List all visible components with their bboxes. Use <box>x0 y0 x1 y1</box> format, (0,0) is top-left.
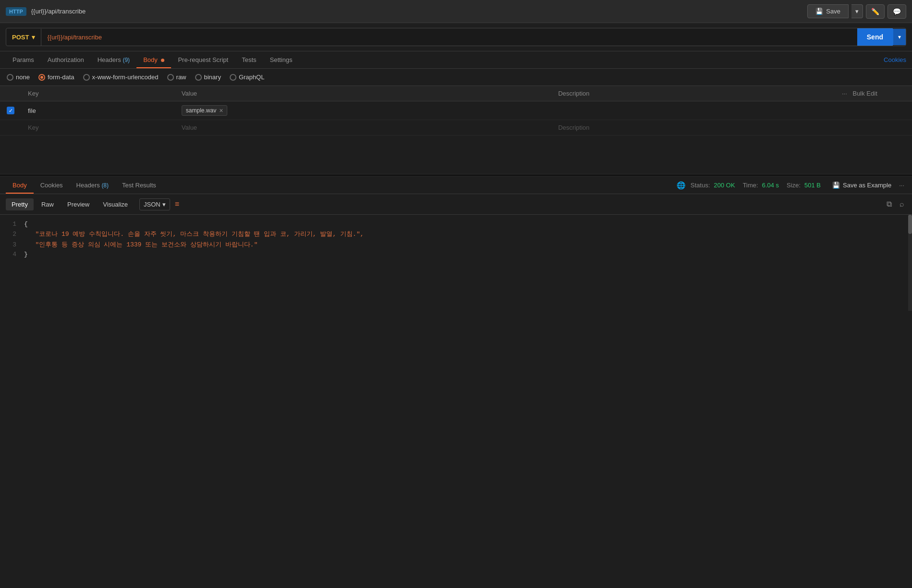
option-urlencoded-label: x-www-form-urlencoded <box>92 74 159 81</box>
time-value: 6.04 s <box>762 182 779 189</box>
response-tabs: Body Cookies Headers (8) Test Results 🌐 … <box>0 177 912 194</box>
tab-tests[interactable]: Tests <box>235 51 263 68</box>
filter-icon[interactable]: ≡ <box>175 200 179 208</box>
method-chevron-icon: ▾ <box>32 34 35 41</box>
top-bar: HTTP {{url}}/api/transcribe 💾 Save ▾ ✏️ … <box>0 0 912 23</box>
line-content-2: "코로나 19 예방 수칙입니다. 손을 자주 씻기, 마스크 착용하기 기침할… <box>24 230 912 238</box>
resp-tab-cookies[interactable]: Cookies <box>34 177 70 194</box>
request-area: POST ▾ Send ▾ <box>0 23 912 51</box>
table-header-row: Key Value Description ··· Bulk Edit <box>0 86 912 101</box>
method-selector[interactable]: POST ▾ <box>6 29 41 46</box>
col-checkbox <box>0 86 21 101</box>
resp-headers-badge: (8) <box>101 182 109 189</box>
radio-urlencoded[interactable] <box>83 74 90 81</box>
radio-none[interactable] <box>7 74 13 81</box>
option-raw[interactable]: raw <box>167 74 186 81</box>
cookies-link[interactable]: Cookies <box>884 56 906 63</box>
save-button[interactable]: 💾 Save <box>807 4 849 18</box>
line-content-3: "인후통 등 증상 의심 시에는 1339 또는 보건소와 상담하시기 바랍니다… <box>24 240 912 249</box>
save-dropdown-button[interactable]: ▾ <box>851 4 863 18</box>
visualize-button[interactable]: Visualize <box>97 198 134 210</box>
row2-key[interactable]: Key <box>21 120 175 135</box>
scrollbar[interactable] <box>908 215 912 311</box>
option-binary-label: binary <box>204 74 221 81</box>
tab-headers[interactable]: Headers (9) <box>91 51 136 68</box>
comment-button[interactable]: 💬 <box>887 4 906 19</box>
top-actions: 💾 Save ▾ ✏️ 💬 <box>807 4 906 19</box>
tab-pre-request[interactable]: Pre-request Script <box>171 51 235 68</box>
resp-tab-body[interactable]: Body <box>6 177 34 194</box>
send-button[interactable]: Send <box>857 28 893 46</box>
option-raw-label: raw <box>176 74 186 81</box>
body-dot <box>161 59 164 62</box>
row1-bulk <box>835 101 912 120</box>
row1-description[interactable] <box>552 101 835 120</box>
view-options: Pretty Raw Preview Visualize JSON ▾ ≡ ⧉ … <box>0 194 912 215</box>
scrollbar-thumb[interactable] <box>908 215 912 234</box>
radio-form-data[interactable] <box>38 74 45 81</box>
http-badge: HTTP <box>6 7 26 16</box>
resp-status-group: 🌐 Status: 200 OK Time: 6.04 s Size: 501 … <box>677 181 906 190</box>
size-value: 501 B <box>804 182 821 189</box>
url-row: POST ▾ Send ▾ <box>6 28 906 46</box>
format-selector[interactable]: JSON ▾ <box>139 198 170 210</box>
radio-binary[interactable] <box>195 74 202 81</box>
code-line-1: 1 { <box>0 220 912 229</box>
save-example-button[interactable]: 💾 Save as Example <box>828 182 895 189</box>
option-graphql[interactable]: GraphQL <box>230 74 264 81</box>
line-content-4: } <box>24 251 912 258</box>
send-dropdown-button[interactable]: ▾ <box>893 29 906 45</box>
resp-tab-test-results[interactable]: Test Results <box>115 177 163 194</box>
table-row-empty: Key Value Description <box>0 120 912 135</box>
file-tag-close[interactable]: × <box>219 107 223 114</box>
col-description: Description <box>552 86 835 101</box>
code-area: 1 { 2 "코로나 19 예방 수칙입니다. 손을 자주 씻기, 마스크 착용… <box>0 215 912 311</box>
code-line-4: 4 } <box>0 250 912 259</box>
col-bulk-edit: ··· Bulk Edit <box>835 86 912 101</box>
radio-raw[interactable] <box>167 74 174 81</box>
row2-value[interactable]: Value <box>175 120 552 135</box>
option-urlencoded[interactable]: x-www-form-urlencoded <box>83 74 159 81</box>
radio-graphql[interactable] <box>230 74 236 81</box>
request-tabs: Params Authorization Headers (9) Body Pr… <box>0 51 912 69</box>
row1-value[interactable]: sample.wav × <box>175 101 552 120</box>
table-row: file sample.wav × <box>0 101 912 120</box>
method-label: POST <box>12 34 29 41</box>
edit-icon: ✏️ <box>871 8 879 15</box>
preview-button[interactable]: Preview <box>62 198 95 210</box>
more-icon: ··· <box>842 90 847 97</box>
more-options-icon[interactable]: ··· <box>897 182 906 189</box>
col-value: Value <box>175 86 552 101</box>
file-tag: sample.wav × <box>182 105 228 116</box>
search-icon[interactable]: ⌕ <box>898 198 906 210</box>
code-line-3: 3 "인후통 등 증상 의심 시에는 1339 또는 보건소와 상담하시기 바랍… <box>0 239 912 250</box>
copy-icon[interactable]: ⧉ <box>885 198 894 210</box>
option-none[interactable]: none <box>7 74 30 81</box>
row1-checkbox[interactable] <box>7 107 14 114</box>
tab-params[interactable]: Params <box>6 51 41 68</box>
format-chevron-icon: ▾ <box>162 201 166 208</box>
view-actions-right: ⧉ ⌕ <box>885 198 906 210</box>
tab-authorization[interactable]: Authorization <box>41 51 91 68</box>
edit-button[interactable]: ✏️ <box>866 4 885 19</box>
form-table: Key Value Description ··· Bulk Edit file… <box>0 86 912 135</box>
row1-key[interactable]: file <box>21 101 175 120</box>
resp-tab-headers[interactable]: Headers (8) <box>70 177 115 194</box>
option-form-data[interactable]: form-data <box>38 74 74 81</box>
option-binary[interactable]: binary <box>195 74 221 81</box>
save-example-icon: 💾 <box>832 182 840 189</box>
url-input[interactable] <box>41 29 857 46</box>
tab-body[interactable]: Body <box>136 51 171 68</box>
row2-description[interactable]: Description <box>552 120 835 135</box>
pretty-button[interactable]: Pretty <box>6 198 34 210</box>
raw-button[interactable]: Raw <box>36 198 60 210</box>
tab-settings[interactable]: Settings <box>263 51 299 68</box>
row1-checkbox-cell[interactable] <box>0 101 21 120</box>
status-value: 200 OK <box>714 182 735 189</box>
line-num-3: 3 <box>0 241 24 248</box>
body-options: none form-data x-www-form-urlencoded raw… <box>0 69 912 86</box>
row2-bulk <box>835 120 912 135</box>
row2-checkbox-cell[interactable] <box>0 120 21 135</box>
code-line-2: 2 "코로나 19 예방 수칙입니다. 손을 자주 씻기, 마스크 착용하기 기… <box>0 229 912 239</box>
line-num-4: 4 <box>0 251 24 258</box>
